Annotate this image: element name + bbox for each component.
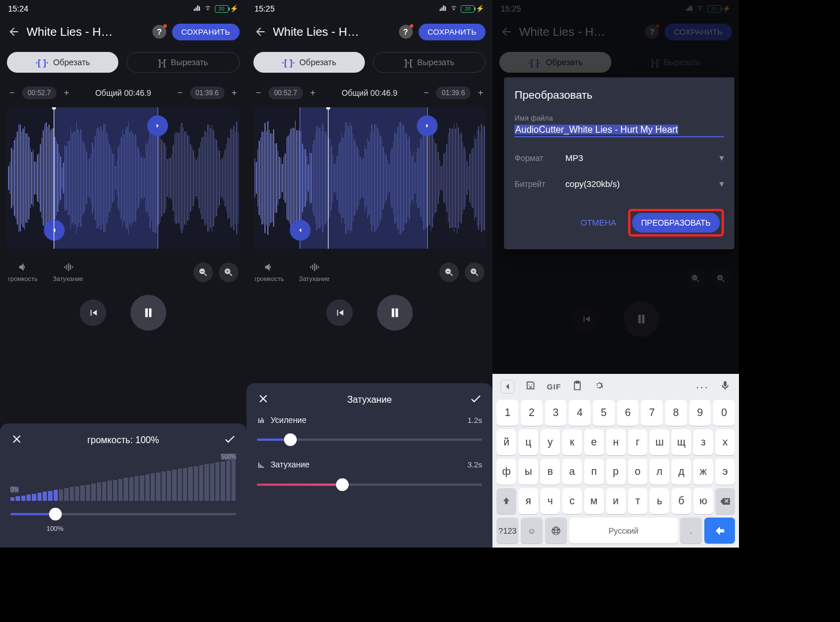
key-8[interactable]: 8 — [665, 400, 687, 426]
keyboard[interactable]: GIF ··· 1234567890 йцукенгшщзх фывапролд… — [492, 374, 739, 548]
gear-icon[interactable] — [593, 380, 605, 394]
bitrate-row[interactable]: Битрейт copy(320kb/s) ▾ — [514, 178, 724, 189]
end-time[interactable]: 01:39.6 — [190, 87, 225, 99]
save-button[interactable]: СОХРАНИТЬ — [419, 24, 486, 40]
cut-button[interactable]: ]·[Вырезать — [126, 52, 239, 73]
trim-button[interactable]: ·[ ]·Обрезать — [7, 52, 118, 73]
key-р[interactable]: р — [606, 459, 626, 485]
volume-button[interactable]: громкость — [8, 261, 38, 282]
sticker-icon[interactable] — [525, 380, 536, 394]
key-э[interactable]: э — [715, 459, 735, 485]
key-т[interactable]: т — [628, 488, 648, 514]
selection-range[interactable] — [54, 107, 158, 249]
backspace-key[interactable] — [715, 488, 735, 514]
fade-button[interactable]: Затухание — [53, 261, 83, 282]
pause-button[interactable] — [377, 295, 413, 331]
key-х[interactable]: х — [715, 429, 735, 455]
key-2[interactable]: 2 — [521, 400, 543, 426]
key-и[interactable]: и — [606, 488, 626, 514]
key-а[interactable]: а — [562, 459, 582, 485]
convert-button[interactable]: ПРЕОБРАЗОВАТЬ — [632, 213, 720, 233]
handle-left[interactable] — [290, 220, 311, 241]
handle-right[interactable] — [147, 115, 168, 136]
start-minus-button[interactable]: − — [7, 88, 17, 98]
key-д[interactable]: д — [671, 459, 691, 485]
volume-slider[interactable] — [10, 505, 236, 523]
handle-right[interactable] — [417, 115, 438, 136]
kb-collapse-button[interactable] — [501, 380, 514, 394]
key-ф[interactable]: ф — [496, 459, 516, 485]
format-row[interactable]: Формат MP3 ▾ — [514, 152, 724, 163]
key-5[interactable]: 5 — [593, 400, 615, 426]
zoom-out-button[interactable] — [439, 263, 459, 282]
key-1[interactable]: 1 — [496, 400, 518, 426]
key-ж[interactable]: ж — [693, 459, 713, 485]
clipboard-icon[interactable] — [572, 380, 583, 394]
fade-out-slider[interactable] — [257, 476, 483, 493]
key-м[interactable]: м — [584, 488, 604, 514]
key-ш[interactable]: ш — [649, 429, 669, 455]
key-в[interactable]: в — [540, 459, 560, 485]
fade-button[interactable]: Затухание — [299, 261, 330, 282]
zoom-in-button[interactable] — [465, 263, 484, 282]
key-я[interactable]: я — [518, 488, 538, 514]
lang-key[interactable] — [545, 518, 567, 544]
waveform[interactable]: 01:18.9 — [253, 107, 486, 249]
key-0[interactable]: 0 — [713, 400, 735, 426]
back-button[interactable] — [7, 25, 21, 39]
playhead[interactable] — [54, 107, 54, 249]
help-button[interactable]: ? — [152, 25, 166, 39]
key-у[interactable]: у — [540, 429, 560, 455]
close-icon[interactable] — [257, 392, 270, 407]
key-й[interactable]: й — [496, 429, 516, 455]
key-4[interactable]: 4 — [569, 400, 591, 426]
confirm-icon[interactable] — [223, 433, 236, 448]
skip-start-button[interactable] — [80, 299, 106, 326]
shift-key[interactable] — [496, 488, 516, 514]
fade-in-slider[interactable] — [257, 431, 483, 448]
cut-button[interactable]: ]·[Вырезать — [373, 52, 486, 73]
key-с[interactable]: с — [562, 488, 582, 514]
pause-button[interactable] — [130, 295, 166, 331]
key-3[interactable]: 3 — [545, 400, 567, 426]
enter-key[interactable] — [704, 518, 735, 544]
period-key[interactable]: . — [680, 518, 702, 544]
end-plus-button[interactable]: + — [229, 88, 240, 98]
key-9[interactable]: 9 — [689, 400, 711, 426]
mic-icon[interactable] — [719, 380, 731, 394]
key-б[interactable]: б — [671, 488, 691, 514]
key-7[interactable]: 7 — [641, 400, 663, 426]
more-icon[interactable]: ··· — [696, 380, 709, 394]
key-з[interactable]: з — [693, 429, 713, 455]
key-ь[interactable]: ь — [649, 488, 669, 514]
zoom-out-button[interactable] — [193, 263, 213, 282]
key-л[interactable]: л — [649, 459, 669, 485]
help-button[interactable]: ? — [399, 25, 413, 39]
key-ю[interactable]: ю — [693, 488, 713, 514]
close-icon[interactable] — [10, 433, 23, 448]
confirm-icon[interactable] — [469, 392, 482, 407]
back-button[interactable] — [253, 25, 267, 39]
filename-field[interactable]: AudioCutter_White Lies - Hurt My Heart — [514, 123, 724, 137]
key-к[interactable]: к — [562, 429, 582, 455]
symbols-key[interactable]: ?123 — [496, 518, 518, 544]
key-ч[interactable]: ч — [540, 488, 560, 514]
emoji-key[interactable]: ☺ — [521, 518, 543, 544]
zoom-in-button[interactable] — [219, 263, 238, 282]
trim-button[interactable]: ·[ ]·Обрезать — [253, 52, 365, 73]
start-time[interactable]: 00:52.7 — [22, 87, 57, 99]
volume-button[interactable]: громкость — [255, 261, 284, 282]
key-е[interactable]: е — [584, 429, 604, 455]
gif-button[interactable]: GIF — [547, 383, 561, 391]
space-key[interactable]: Русский — [569, 518, 678, 544]
key-ы[interactable]: ы — [518, 459, 538, 485]
key-п[interactable]: п — [584, 459, 604, 485]
cancel-button[interactable]: ОТМЕНА — [577, 213, 619, 232]
handle-left[interactable] — [44, 220, 65, 241]
key-н[interactable]: н — [606, 429, 626, 455]
waveform[interactable]: 01:03.4 — [7, 107, 240, 249]
skip-start-button[interactable] — [326, 299, 353, 326]
key-6[interactable]: 6 — [617, 400, 639, 426]
key-г[interactable]: г — [628, 429, 648, 455]
start-plus-button[interactable]: + — [61, 88, 72, 98]
